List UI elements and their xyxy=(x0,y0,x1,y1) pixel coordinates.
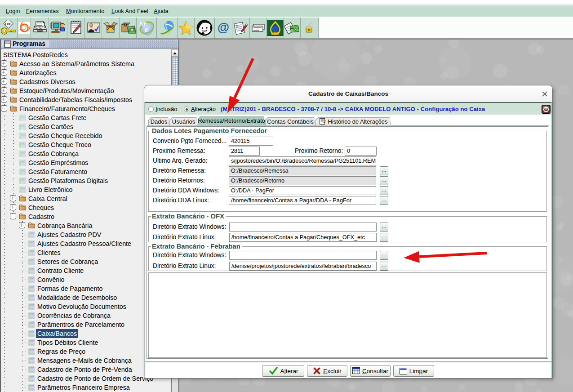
svg-text:LOG: LOG xyxy=(5,22,11,25)
svg-text:e: e xyxy=(145,25,148,34)
svg-text:@: @ xyxy=(218,21,229,34)
svg-text:$: $ xyxy=(294,28,296,31)
svg-text:LMC: LMC xyxy=(271,31,280,36)
